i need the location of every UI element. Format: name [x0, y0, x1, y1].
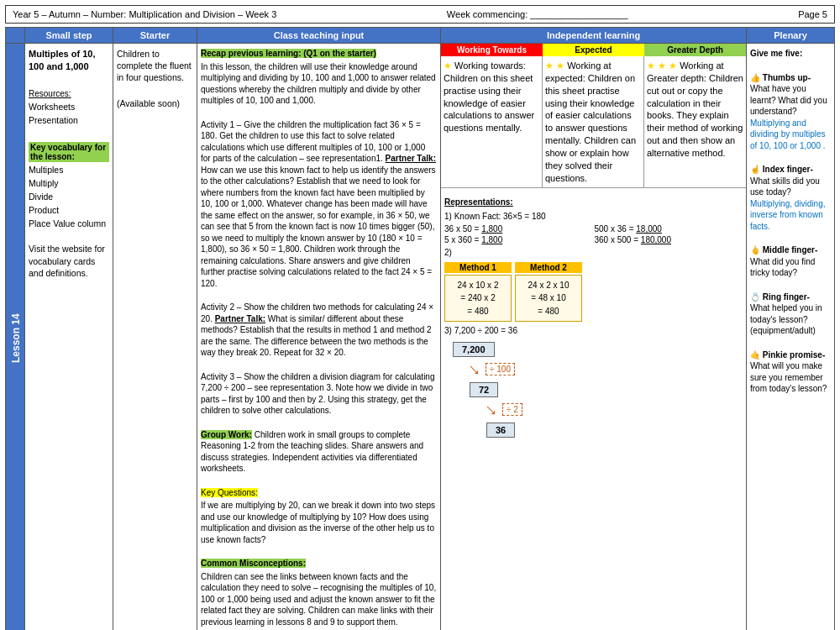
thumbs-item: 👍 Thumbs up- What have you learnt? What … [750, 72, 831, 152]
key-questions: Key Questions: [201, 487, 437, 499]
col-header-plenary: Plenary [747, 28, 835, 44]
div-arrow-row2: → ÷ 2 [482, 399, 522, 421]
ring-emoji: 💍 [750, 292, 760, 302]
col-header-lesson [6, 28, 25, 44]
index-label: Index finger- [763, 165, 813, 174]
misconceptions: Common Misconceptions: [201, 558, 437, 570]
thumbs-link: Multiplying and dividing by multiples of… [750, 118, 826, 150]
rep1-label: 1) Known Fact: 36×5 = 180 [444, 211, 743, 223]
rep1-calcs: 36 x 50 = 1,800 500 x 36 = 18,000 5 x 36… [444, 224, 743, 244]
greater-depth-content: ★ ★ ★ Working at Greater depth: Children… [644, 56, 746, 187]
method1-line3: = 480 [450, 306, 506, 318]
division-diagram: 7,200 → ÷ 100 72 → ÷ 2 36 [453, 340, 743, 439]
method1-header: Method 1 [444, 262, 512, 273]
ring-item: 💍 Ring finger- What helped you in today'… [750, 291, 831, 337]
expected-stars: ★ ★ [545, 60, 564, 71]
div-arrow-row1: → ÷ 100 [465, 359, 515, 381]
middle-item: 🖕 Middle finger- What did you find trick… [750, 244, 831, 279]
starter-text: Children to complete the fluent in four … [117, 48, 193, 84]
calc-1b: 500 x 36 = 18,000 [595, 224, 743, 234]
middle-emoji: 🖕 [750, 245, 760, 255]
method2-line1: 24 x 2 x 10 [521, 280, 576, 291]
working-star: ★ [444, 60, 452, 71]
teaching-cell: Recap previous learning: (Q1 on the star… [197, 44, 441, 631]
activity2: Activity 2 – Show the children two metho… [201, 302, 437, 359]
method2-content: 24 x 2 x 10 = 48 x 10 = 480 [515, 275, 582, 323]
method2-line3: = 480 [521, 306, 576, 318]
index-item: ☝ Index finger- What skills did you use … [750, 164, 831, 232]
method2-header: Method 2 [515, 262, 582, 273]
rep2-label: 2) [444, 247, 743, 259]
lesson-label: Lesson 14 [6, 44, 25, 631]
vocab-divide: Divide [29, 191, 109, 202]
rep-title: Representations: [444, 197, 743, 208]
div-num1: 7,200 [453, 342, 495, 357]
resource-presentation: Presentation [29, 114, 109, 126]
col-header-starter: Starter [113, 28, 197, 44]
method1-line2: = 240 x 2 [450, 292, 506, 304]
vocab-multiples: Multiples [29, 164, 109, 176]
activity3: Activity 3 – Show the children a divisio… [201, 371, 437, 417]
teaching-para1: In this lesson, the children will use th… [201, 61, 437, 107]
pinkie-label: Pinkie promise- [763, 350, 825, 360]
calc1a-ans: 1,800 [481, 224, 502, 234]
vocab-product: Product [29, 204, 109, 216]
thumbs-emoji: 👍 [750, 73, 760, 82]
index-link: Multiplying, dividing, inverse from know… [750, 199, 826, 231]
plenary-title: Give me five: [750, 49, 802, 58]
pinkie-emoji: 🤙 [750, 350, 760, 360]
page: Year 5 – Autumn – Number: Multiplication… [0, 0, 840, 630]
rep3-label: 3) 7,200 ÷ 200 = 36 [444, 325, 743, 337]
expected-content: ★ ★ Working at expected: Children on thi… [543, 56, 644, 187]
pinkie-item: 🤙 Pinkie promise- What will you make sur… [750, 349, 831, 395]
div-label2: ÷ 2 [502, 403, 522, 416]
key-questions-text: If we are multiplying by 20, can we brea… [201, 500, 437, 545]
col-header-small-step: Small step [25, 28, 113, 44]
working-towards-header: Working Towards [441, 44, 543, 56]
ind-content-row: ★ Working towards: Children on this shee… [441, 56, 746, 188]
calc-2b: 360 x 500 = 180,000 [595, 235, 743, 244]
calc-2a: 5 x 360 = 1,800 [444, 235, 593, 244]
resource-worksheets: Worksheets [29, 101, 109, 113]
calc2a-ans: 1,800 [481, 235, 502, 244]
working-towards-content: ★ Working towards: Children on this shee… [441, 56, 543, 187]
small-step-cell: Multiples of 10, 100 and 1,000 Resources… [25, 44, 113, 631]
methods-row: Method 1 24 x 10 x 2 = 240 x 2 = 480 Met… [444, 262, 743, 323]
partner-talk1: Partner Talk: [386, 154, 436, 163]
representations-section: Representations: 1) Known Fact: 36×5 = 1… [441, 192, 746, 446]
activity1: Activity 1 – Give the children the multi… [201, 119, 437, 290]
ind-header-row: Working Towards Expected Greater Depth [441, 44, 746, 56]
expected-header: Expected [543, 44, 644, 56]
middle-label: Middle finger- [763, 245, 818, 255]
resources-label: Resources: [29, 88, 109, 100]
method2-line2: = 48 x 10 [521, 292, 576, 304]
div-num3: 36 [486, 423, 515, 438]
page-header: Year 5 – Autumn – Number: Multiplication… [5, 5, 835, 24]
col-header-teaching: Class teaching input [197, 28, 441, 44]
header-right: Page 5 [798, 9, 827, 19]
independent-cell: Working Towards Expected Greater Depth ★… [441, 44, 747, 631]
vocab-box: Key vocabulary for the lesson: [29, 142, 109, 162]
index-emoji: ☝ [750, 165, 760, 174]
col-header-independent: Independent learning [441, 28, 747, 44]
misconceptions-text: Children can see the links between known… [201, 571, 437, 628]
calc2b-ans: 180,000 [641, 235, 671, 244]
method1-box: Method 1 24 x 10 x 2 = 240 x 2 = 480 [444, 262, 512, 323]
plenary-cell: Give me five: 👍 Thumbs up- What have you… [747, 44, 835, 631]
header-left: Year 5 – Autumn – Number: Multiplication… [13, 9, 276, 19]
small-step-title: Multiples of 10, 100 and 1,000 [29, 49, 95, 71]
calc1b-ans: 18,000 [636, 224, 662, 234]
visit-text: Visit the website for vocabulary cards a… [29, 243, 109, 279]
header-middle: Week commencing: ___________________ [447, 9, 628, 19]
div-num2: 72 [470, 382, 498, 397]
vocab-place-value: Place Value column [29, 218, 109, 229]
starter-cell: Children to complete the fluent in four … [113, 44, 197, 631]
div-label1: ÷ 100 [486, 363, 515, 375]
recap-label: Recap previous learning: (Q1 on the star… [201, 49, 376, 58]
ring-label: Ring finger- [763, 292, 810, 302]
greater-stars: ★ ★ ★ [647, 60, 677, 71]
div-arrow1: → [460, 355, 489, 384]
method1-line1: 24 x 10 x 2 [450, 280, 506, 291]
method1-content: 24 x 10 x 2 = 240 x 2 = 480 [444, 275, 512, 323]
partner-talk2: Partner Talk: [215, 314, 265, 323]
